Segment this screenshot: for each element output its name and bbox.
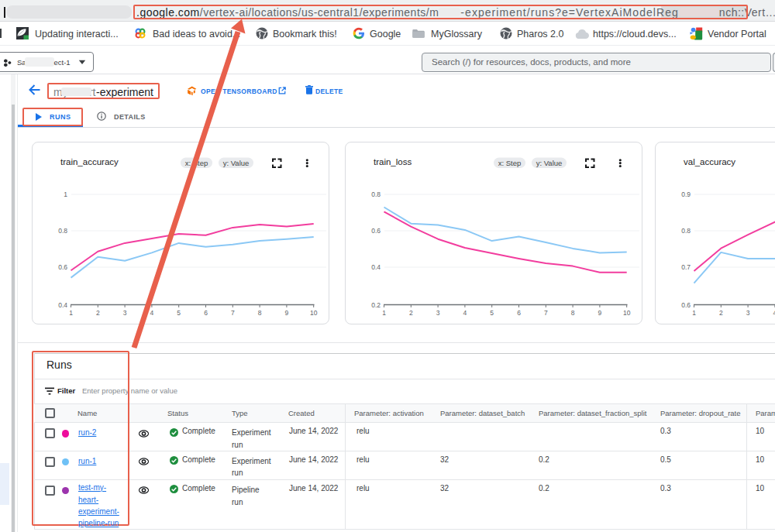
svg-text:0.6: 0.6 [681, 301, 691, 309]
svg-text:2: 2 [719, 309, 723, 317]
svg-text:4: 4 [463, 309, 467, 317]
svg-text:8: 8 [258, 309, 262, 317]
svg-text:2: 2 [409, 309, 413, 317]
svg-text:x: Step: x: Step [185, 159, 208, 167]
svg-text:3: 3 [746, 309, 750, 317]
svg-text:5: 5 [177, 309, 181, 317]
svg-text:10: 10 [623, 309, 631, 317]
svg-text:0.7: 0.7 [681, 263, 691, 271]
svg-text:1: 1 [69, 309, 73, 317]
svg-text:0.4: 0.4 [58, 301, 67, 309]
svg-text:train_accuracy: train_accuracy [60, 157, 119, 166]
svg-text:6: 6 [204, 309, 208, 317]
svg-text:4: 4 [150, 309, 154, 317]
svg-text:3: 3 [436, 309, 440, 317]
svg-text:x: Step: x: Step [498, 159, 522, 167]
svg-text:9: 9 [285, 309, 289, 317]
svg-text:1: 1 [64, 190, 67, 198]
svg-text:train_loss: train_loss [374, 157, 412, 166]
svg-text:0.6: 0.6 [371, 227, 381, 235]
svg-text:9: 9 [598, 309, 602, 317]
svg-text:0.8: 0.8 [371, 190, 381, 198]
svg-text:0.8: 0.8 [58, 227, 67, 235]
svg-text:8: 8 [571, 309, 575, 317]
svg-text:6: 6 [517, 309, 521, 317]
svg-text:y: Value: y: Value [223, 159, 250, 167]
svg-text:0.8: 0.8 [681, 227, 691, 235]
svg-text:3: 3 [123, 309, 127, 317]
svg-text:10: 10 [310, 309, 318, 317]
svg-text:val_accuracy: val_accuracy [684, 157, 735, 166]
svg-text:0.4: 0.4 [371, 263, 381, 271]
svg-text:2: 2 [96, 309, 100, 317]
svg-text:1: 1 [382, 309, 386, 317]
svg-text:5: 5 [490, 309, 494, 317]
svg-text:0.2: 0.2 [371, 301, 381, 309]
svg-text:7: 7 [231, 309, 235, 317]
svg-text:y: Value: y: Value [536, 159, 563, 167]
svg-text:0.9: 0.9 [681, 190, 691, 198]
svg-text:0.6: 0.6 [58, 263, 67, 271]
svg-text:1: 1 [692, 309, 696, 317]
svg-text:7: 7 [544, 309, 548, 317]
